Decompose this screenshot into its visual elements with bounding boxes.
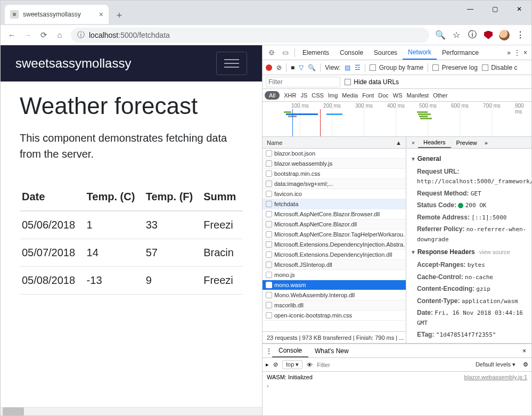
request-row[interactable]: mscorlib.dll xyxy=(263,300,406,311)
console-drawer: ⋮ Console What's New × ▸ ⊘ top ▾ 👁 Defau… xyxy=(263,343,531,415)
view-waterfall-icon[interactable]: ☲ xyxy=(355,64,361,71)
filter-img[interactable]: Img xyxy=(328,92,338,99)
address-bar[interactable]: ⓘ localhost:5000/fetchdata xyxy=(71,28,429,43)
headers-tab[interactable]: Headers xyxy=(418,137,451,148)
context-selector[interactable]: top ▾ xyxy=(282,360,302,369)
network-toolbar: ⊘ ■ ▽ 🔍 View: ▤ ☲ Group by frame Preserv… xyxy=(263,60,531,75)
network-filter-row: Hide data URLs xyxy=(263,75,531,89)
hamburger-button[interactable] xyxy=(216,52,247,75)
ublock-icon[interactable] xyxy=(480,27,496,43)
device-toggle-icon[interactable]: ▭ xyxy=(279,48,292,56)
whats-new-tab[interactable]: What's New xyxy=(308,344,355,357)
console-menu-icon[interactable]: ⋮ xyxy=(266,347,272,355)
hide-data-urls-checkbox[interactable]: Hide data URLs xyxy=(345,78,399,86)
response-headers-section[interactable]: Response Headersview source xyxy=(411,248,527,256)
view-large-icon[interactable]: ▤ xyxy=(345,64,350,71)
tab-elements[interactable]: Elements xyxy=(297,45,334,60)
request-row[interactable]: Microsoft.JSInterop.dll xyxy=(263,260,406,270)
close-tab-icon[interactable]: × xyxy=(99,10,103,19)
filter-all[interactable]: All xyxy=(265,91,280,100)
more-tabs-icon[interactable]: » xyxy=(507,49,511,56)
request-row[interactable]: data:image/svg+xml;... xyxy=(263,179,406,189)
console-filter-input[interactable] xyxy=(317,362,468,368)
close-detail-icon[interactable]: × xyxy=(408,140,418,146)
browser-menu-icon[interactable]: ⋮ xyxy=(512,27,528,43)
tab-sources[interactable]: Sources xyxy=(369,45,403,60)
request-row[interactable]: Microsoft.AspNetCore.Blazor.Browser.dll xyxy=(263,209,406,219)
search-icon[interactable]: 🔍 xyxy=(308,64,316,71)
col-temp-c: Temp. (C) xyxy=(85,183,144,211)
more-detail-tabs-icon[interactable]: » xyxy=(485,140,488,146)
name-column-header[interactable]: Name ▲ xyxy=(263,137,406,149)
filter-ws[interactable]: WS xyxy=(393,92,403,99)
extension-info-icon[interactable]: ⓘ xyxy=(464,27,480,43)
disable-cache-checkbox[interactable]: Disable c xyxy=(482,64,518,71)
profile-avatar-icon[interactable] xyxy=(496,27,512,43)
request-row[interactable]: Microsoft.Extensions.DependencyInjection… xyxy=(263,240,406,250)
request-row[interactable]: blazor.webassembly.js xyxy=(263,159,406,169)
request-row[interactable]: favicon.ico xyxy=(263,189,406,199)
filter-css[interactable]: CSS xyxy=(312,92,324,99)
maximize-button[interactable]: ▢ xyxy=(482,1,507,18)
record-button[interactable] xyxy=(266,64,272,71)
browser-titlebar: sweetsassymollassy × + — ▢ ✕ xyxy=(1,1,531,25)
live-expression-icon[interactable]: 👁 xyxy=(307,362,313,368)
filter-xhr[interactable]: XHR xyxy=(284,92,296,99)
tab-performance[interactable]: Performance xyxy=(437,45,484,60)
minimize-button[interactable]: — xyxy=(458,1,482,18)
log-level-selector[interactable]: Default levels ▾ xyxy=(472,361,519,369)
filter-js[interactable]: JS xyxy=(300,92,307,99)
horizontal-scrollbar[interactable] xyxy=(1,407,262,415)
network-timeline[interactable]: 100 ms 200 ms 300 ms 400 ms 500 ms 600 m… xyxy=(263,102,531,137)
console-sidebar-icon[interactable]: ▸ xyxy=(266,361,269,368)
request-row[interactable]: Mono.WebAssembly.Interop.dll xyxy=(263,290,406,300)
home-button[interactable]: ⌂ xyxy=(52,27,68,43)
filter-font[interactable]: Font xyxy=(362,92,374,99)
devtools-close-icon[interactable]: × xyxy=(523,49,527,56)
camera-icon[interactable]: ■ xyxy=(291,64,294,71)
request-row[interactable]: mono.wasm xyxy=(263,280,406,290)
request-row[interactable]: open-iconic-bootstrap.min.css xyxy=(263,311,406,321)
group-by-frame-checkbox[interactable]: Group by frame xyxy=(370,64,423,71)
back-button[interactable]: ← xyxy=(4,27,20,43)
request-row[interactable]: Microsoft.AspNetCore.Blazor.TagHelperWor… xyxy=(263,230,406,240)
filter-manifest[interactable]: Manifest xyxy=(407,92,429,99)
app-navbar: sweetsassymollassy xyxy=(1,45,262,81)
request-row[interactable]: fetchdata xyxy=(263,199,406,209)
general-section[interactable]: General xyxy=(411,155,527,162)
console-tab[interactable]: Console xyxy=(272,344,308,357)
tab-network[interactable]: Network xyxy=(403,45,437,60)
request-row[interactable]: Microsoft.AspNetCore.Blazor.dll xyxy=(263,219,406,230)
forecast-table: Date Temp. (C) Temp. (F) Summ 05/06/2018… xyxy=(20,183,243,295)
filter-icon[interactable]: ▽ xyxy=(299,64,304,71)
preview-tab[interactable]: Preview xyxy=(451,137,482,148)
request-row[interactable]: bootstrap.min.css xyxy=(263,169,406,179)
forward-button[interactable]: → xyxy=(20,27,36,43)
reload-button[interactable]: ⟳ xyxy=(36,27,52,43)
inspect-icon[interactable]: ⯐ xyxy=(265,48,279,56)
close-window-button[interactable]: ✕ xyxy=(507,1,531,18)
filter-input[interactable] xyxy=(266,77,340,87)
console-settings-icon[interactable]: ⚙ xyxy=(523,361,528,368)
file-icon xyxy=(266,241,272,248)
preserve-log-checkbox[interactable]: Preserve log xyxy=(432,64,478,71)
tab-console[interactable]: Console xyxy=(334,45,369,60)
browser-tab[interactable]: sweetsassymollassy × xyxy=(5,5,109,24)
console-prompt[interactable]: › xyxy=(267,382,527,389)
bookmark-icon[interactable]: ☆ xyxy=(448,27,464,43)
new-tab-button[interactable]: + xyxy=(112,8,127,23)
site-info-icon[interactable]: ⓘ xyxy=(77,30,85,40)
devtools-menu-icon[interactable]: ⋮ xyxy=(514,49,520,56)
clear-icon[interactable]: ⊘ xyxy=(276,64,282,71)
clear-console-icon[interactable]: ⊘ xyxy=(273,361,278,368)
console-source-link[interactable]: blazor.webassembly.js:1 xyxy=(464,374,527,380)
filter-doc[interactable]: Doc xyxy=(378,92,389,99)
zoom-icon[interactable]: 🔍 xyxy=(432,27,448,43)
filter-other[interactable]: Other xyxy=(433,92,448,99)
request-row[interactable]: Microsoft.Extensions.DependencyInjection… xyxy=(263,250,406,260)
request-row[interactable]: blazor.boot.json xyxy=(263,149,406,159)
view-source-link[interactable]: view source xyxy=(479,249,510,255)
request-row[interactable]: mono.js xyxy=(263,270,406,280)
filter-media[interactable]: Media xyxy=(342,92,358,99)
close-drawer-icon[interactable]: × xyxy=(522,347,528,355)
